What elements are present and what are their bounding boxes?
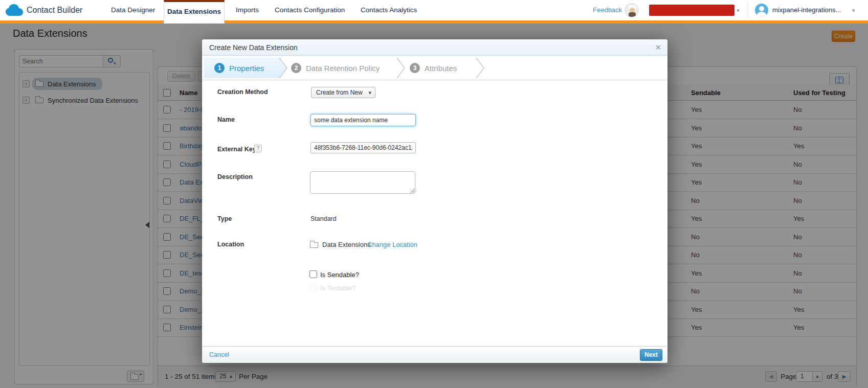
is-sendable-label: Is Sendable? bbox=[320, 271, 359, 279]
location-value: Data Extensions bbox=[322, 241, 371, 248]
chevron-down-icon[interactable]: ▾ bbox=[852, 0, 855, 20]
description-label: Description bbox=[217, 173, 253, 180]
nav-divider bbox=[748, 2, 748, 18]
avatar-suit bbox=[629, 12, 636, 17]
nav-item-contacts-analytics[interactable]: Contacts Analytics bbox=[361, 0, 417, 20]
feedback-link[interactable]: Feedback bbox=[593, 0, 622, 20]
step-2-data-retention-policy[interactable]: 2 Data Retention Policy bbox=[291, 56, 380, 80]
name-label: Name bbox=[217, 116, 235, 123]
cloud-icon bbox=[5, 4, 24, 17]
close-icon[interactable]: ✕ bbox=[655, 39, 661, 56]
step-separator bbox=[279, 58, 288, 78]
external-key-input[interactable] bbox=[310, 142, 416, 153]
user-icon[interactable] bbox=[755, 4, 768, 17]
nav-item-data-extensions-active[interactable]: Data Extensions bbox=[164, 0, 225, 24]
external-key-label: External Key bbox=[217, 146, 256, 153]
top-nav: Contact Builder Data Designer Imports Co… bbox=[0, 0, 868, 20]
step-number-badge: 3 bbox=[410, 63, 420, 73]
einstein-avatar[interactable] bbox=[625, 3, 639, 17]
caret-down-icon: ▾ bbox=[368, 87, 371, 98]
avatar-face bbox=[630, 8, 635, 12]
redacted-account-block[interactable] bbox=[649, 5, 735, 16]
chevron-down-icon[interactable]: ▾ bbox=[737, 0, 740, 20]
user-icon-body bbox=[757, 12, 766, 17]
step-number-badge: 1 bbox=[214, 63, 225, 73]
is-testable-label: Is Testable? bbox=[320, 284, 355, 292]
is-sendable-checkbox[interactable] bbox=[309, 270, 317, 278]
account-menu[interactable]: mixpanel-integrations... bbox=[772, 0, 841, 20]
is-testable-checkbox bbox=[309, 284, 317, 291]
app-title: Contact Builder bbox=[27, 0, 82, 20]
create-data-extension-modal: Create New Data Extension ✕ 1 Properties… bbox=[202, 39, 667, 363]
nav-item-contacts-configuration[interactable]: Contacts Configuration bbox=[275, 0, 345, 20]
type-label: Type bbox=[217, 215, 232, 222]
modal-title: Create New Data Extension bbox=[209, 39, 298, 56]
step-separator bbox=[476, 58, 485, 78]
type-value: Standard bbox=[310, 215, 337, 222]
creation-method-value: Create from New bbox=[316, 87, 363, 98]
modal-header: Create New Data Extension ✕ bbox=[202, 39, 667, 56]
step-number-badge: 2 bbox=[291, 63, 301, 73]
help-icon[interactable]: ? bbox=[254, 145, 262, 152]
creation-method-label: Creation Method bbox=[217, 88, 268, 96]
nav-item-data-designer[interactable]: Data Designer bbox=[111, 0, 155, 20]
creation-method-dropdown[interactable]: Create from New ▾ bbox=[311, 87, 375, 98]
nav-item-imports[interactable]: Imports bbox=[236, 0, 259, 20]
change-location-link[interactable]: Change Location bbox=[367, 241, 417, 248]
step-label: Properties bbox=[229, 64, 264, 73]
app-window: Contact Builder Data Designer Imports Co… bbox=[0, 0, 868, 388]
user-icon-head bbox=[759, 6, 764, 11]
step-label: Data Retention Policy bbox=[306, 64, 380, 73]
location-label: Location bbox=[217, 241, 244, 248]
wizard-steps: 1 Properties 2 Data Retention Policy 3 A… bbox=[202, 56, 667, 80]
step-separator bbox=[396, 58, 406, 78]
name-input[interactable] bbox=[310, 114, 416, 126]
step-3-attributes[interactable]: 3 Attributes bbox=[410, 56, 457, 80]
step-1-properties[interactable]: 1 Properties bbox=[214, 56, 264, 80]
description-textarea[interactable] bbox=[310, 171, 415, 194]
folder-icon bbox=[310, 242, 318, 248]
step-label: Attributes bbox=[425, 64, 457, 73]
modal-footer: Cancel Next bbox=[202, 346, 667, 363]
cancel-link[interactable]: Cancel bbox=[209, 347, 229, 363]
next-button[interactable]: Next bbox=[640, 349, 662, 361]
